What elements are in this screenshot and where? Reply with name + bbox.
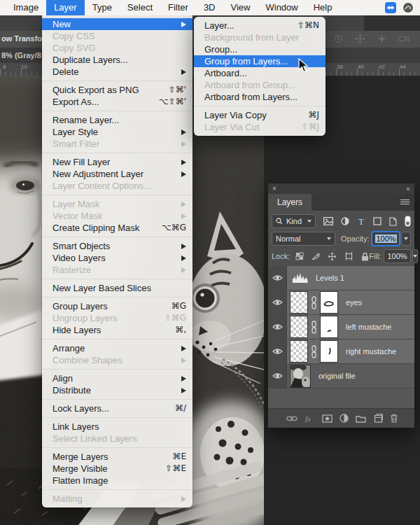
submenu-arrow-icon (181, 160, 186, 165)
new-adjustment-layer-icon[interactable] (340, 414, 349, 423)
teamviewer-icon[interactable] (385, 2, 396, 13)
menu-item-smart-objects[interactable]: Smart Objects (42, 240, 192, 252)
mask-thumbnail[interactable] (320, 316, 338, 338)
menu-filter[interactable]: Filter (160, 0, 196, 15)
mask-thumbnail[interactable] (320, 291, 338, 314)
layer-thumbnail[interactable] (290, 365, 311, 388)
layer-thumbnail[interactable] (290, 316, 308, 338)
layer-row-original-file[interactable]: original file (268, 364, 414, 388)
slide-camera-icon[interactable] (377, 34, 387, 44)
filter-kind-dropdown[interactable]: Kind (272, 214, 316, 228)
menu-item-merge-visible[interactable]: Merge Visible⇧⌘E (42, 463, 192, 475)
menu-item-group[interactable]: Group... (194, 43, 326, 55)
layer-name[interactable]: left mustache (346, 323, 391, 331)
menu-item-flatten-image[interactable]: Flatten Image (42, 475, 192, 486)
menu-item-merge-layers[interactable]: Merge Layers⌘E (42, 451, 192, 463)
menu-help[interactable]: Help (306, 0, 340, 15)
visibility-toggle[interactable] (268, 290, 287, 314)
filter-toggle-icon[interactable] (405, 216, 411, 227)
layer-row-levels-1[interactable]: Levels 1 (268, 266, 414, 290)
layer-row-left-mustache[interactable]: left mustache (268, 315, 414, 340)
menu-window[interactable]: Window (258, 0, 305, 15)
menu-item-layer-style[interactable]: Layer Style (42, 126, 192, 138)
layer-row-right-mustache[interactable]: right mustache (268, 340, 414, 364)
menu-item-align[interactable]: Align (42, 372, 192, 384)
adjustment-thumbnail[interactable] (293, 272, 308, 284)
menu-item-new[interactable]: New (42, 18, 192, 30)
layer-name[interactable]: right mustache (346, 347, 396, 356)
panel-collapse-icon[interactable]: « (406, 183, 410, 194)
pan-camera-icon[interactable] (355, 34, 365, 44)
menu-item-artboard-from-layers[interactable]: Artboard from Layers... (194, 91, 326, 103)
menu-item-smart-filter: Smart Filter (42, 138, 192, 150)
mask-link-icon (311, 345, 317, 358)
menu-item-group-layers[interactable]: Group Layers⌘G (42, 300, 192, 312)
creative-cloud-icon[interactable] (402, 2, 414, 13)
layer-thumbnail[interactable] (290, 340, 308, 363)
opacity-dropdown-button[interactable] (401, 232, 411, 246)
video-camera-icon[interactable] (398, 34, 410, 44)
panel-menu-icon[interactable] (400, 200, 410, 206)
menu-item-delete[interactable]: Delete (42, 66, 192, 78)
menu-item-export-as[interactable]: Export As...⌥⇧⌘' (42, 96, 192, 108)
menu-item-distribute[interactable]: Distribute (42, 384, 192, 396)
menu-item-layer-via-copy[interactable]: Layer Via Copy⌘J (194, 109, 326, 121)
menu-item-new-fill-layer[interactable]: New Fill Layer (42, 156, 192, 168)
menu-item-layer[interactable]: Layer...⇧⌘N (194, 20, 326, 31)
fill-dropdown-button[interactable] (412, 249, 418, 263)
add-mask-icon[interactable] (322, 414, 332, 423)
layer-row-eyes[interactable]: eyes (268, 290, 414, 315)
menu-item-new-adjustment-layer[interactable]: New Adjustment Layer (42, 168, 192, 180)
menu-item-lock-layers[interactable]: Lock Layers...⌘/ (42, 402, 192, 414)
filter-type-layers-icon[interactable]: T (357, 217, 365, 225)
layer-name[interactable]: eyes (346, 298, 362, 307)
menu-item-select-linked-layers: Select Linked Layers (42, 433, 192, 444)
menu-image[interactable]: Image (6, 0, 46, 15)
layer-style-icon[interactable]: fx (304, 414, 315, 423)
filter-pixel-layers-icon[interactable] (323, 217, 333, 225)
menu-view[interactable]: View (223, 0, 258, 15)
visibility-toggle[interactable] (268, 364, 287, 388)
fill-input[interactable]: 100% (384, 249, 410, 263)
panel-close-icon[interactable]: × (272, 183, 276, 194)
blend-mode-dropdown[interactable]: Normal (272, 232, 335, 246)
menu-item-link-layers[interactable]: Link Layers (42, 421, 192, 433)
layer-name[interactable]: Levels 1 (316, 274, 344, 282)
lock-all-icon[interactable] (361, 252, 369, 261)
filter-adjustment-layers-icon[interactable] (341, 217, 349, 225)
ruler-number: 8 (3, 64, 6, 70)
menu-item-rename-layer[interactable]: Rename Layer... (42, 114, 192, 126)
filter-shape-layers-icon[interactable] (373, 217, 382, 225)
menu-item-create-clipping-mask[interactable]: Create Clipping Mask⌥⌘G (42, 222, 192, 234)
menu-item-video-layers[interactable]: Video Layers (42, 252, 192, 264)
menu-item-duplicate-layers[interactable]: Duplicate Layers... (42, 54, 192, 66)
blend-row: Normal Opacity: 100% (272, 232, 411, 246)
menu-item-quick-export-as-png[interactable]: Quick Export as PNG⇧⌘' (42, 84, 192, 96)
layer-name[interactable]: original file (318, 372, 356, 380)
menu-type[interactable]: Type (85, 0, 120, 15)
lock-transparency-icon[interactable] (295, 252, 304, 260)
menu-item-hide-layers[interactable]: Hide Layers⌘, (42, 324, 192, 336)
filter-smart-objects-icon[interactable] (389, 217, 397, 226)
roll-camera-icon[interactable] (333, 34, 344, 44)
tab-layers[interactable]: Layers (268, 194, 312, 211)
menu-item-new-layer-based-slices[interactable]: New Layer Based Slices (42, 282, 192, 294)
new-layer-icon[interactable] (373, 414, 383, 423)
delete-layer-icon[interactable] (390, 414, 398, 423)
mask-thumbnail[interactable] (320, 340, 338, 363)
lock-position-icon[interactable] (328, 252, 337, 261)
lock-pixels-icon[interactable] (312, 252, 320, 260)
menu-item-layer-content-options: Layer Content Options... (42, 180, 192, 192)
visibility-toggle[interactable] (268, 340, 287, 363)
link-layers-icon[interactable] (286, 415, 298, 422)
menu-select[interactable]: Select (120, 0, 160, 15)
visibility-toggle[interactable] (268, 266, 287, 290)
menu-3d[interactable]: 3D (196, 0, 223, 15)
opacity-input[interactable]: 100% (372, 232, 400, 246)
new-group-icon[interactable] (356, 414, 366, 423)
menu-layer[interactable]: Layer (46, 0, 85, 15)
menu-item-arrange[interactable]: Arrange (42, 342, 192, 354)
visibility-toggle[interactable] (268, 315, 287, 339)
layer-thumbnail[interactable] (290, 291, 308, 314)
lock-artboard-icon[interactable] (344, 252, 354, 260)
